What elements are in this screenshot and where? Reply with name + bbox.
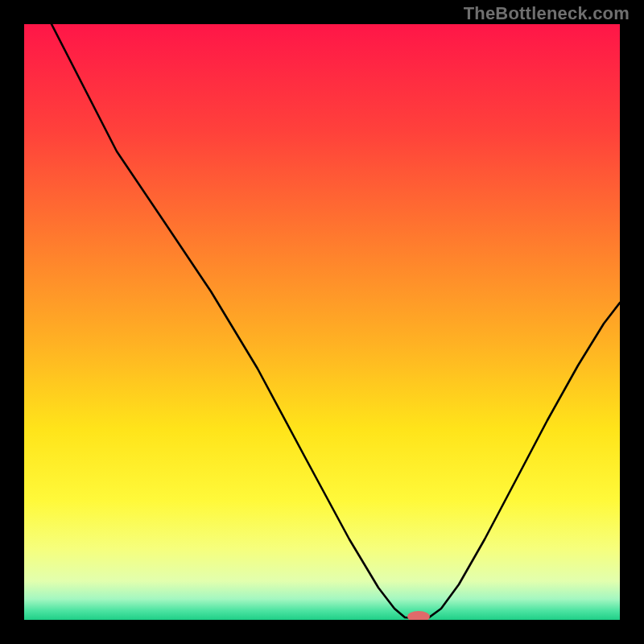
gradient-background bbox=[24, 24, 620, 620]
chart-frame: TheBottleneck.com bbox=[0, 0, 644, 644]
chart-svg bbox=[24, 24, 620, 620]
watermark-text: TheBottleneck.com bbox=[464, 3, 630, 24]
plot-area bbox=[24, 24, 620, 620]
